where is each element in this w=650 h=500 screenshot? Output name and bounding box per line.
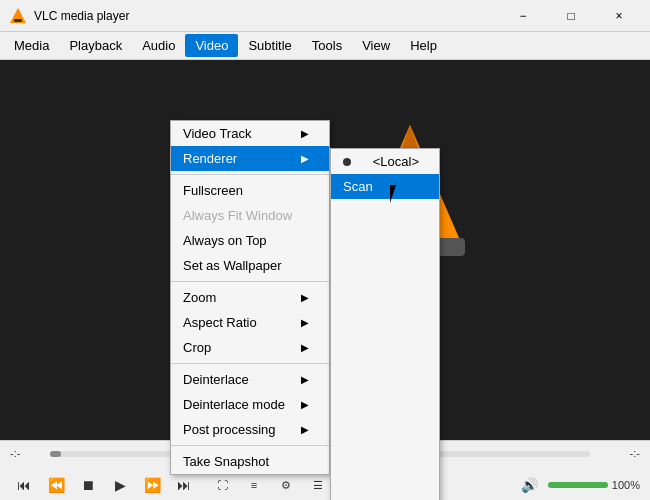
video-menu: Video Track ▶ Renderer ▶ Fullscreen Alwa… (170, 120, 330, 475)
video-dropdown: Video Track ▶ Renderer ▶ Fullscreen Alwa… (170, 120, 440, 475)
maximize-button[interactable]: □ (548, 0, 594, 32)
time-elapsed: -:- (10, 447, 20, 459)
menu-zoom[interactable]: Zoom ▶ (171, 285, 329, 310)
vlc-icon (8, 6, 28, 26)
menu-help[interactable]: Help (400, 34, 447, 57)
menu-subtitle[interactable]: Subtitle (238, 34, 301, 57)
menu-audio[interactable]: Audio (132, 34, 185, 57)
volume-label: 100% (612, 479, 640, 491)
titlebar: VLC media player − □ × (0, 0, 650, 32)
menu-deinterlace[interactable]: Deinterlace ▶ (171, 367, 329, 392)
play-pause-button[interactable]: ▶ (106, 473, 134, 497)
volume-control: 🔊 100% (516, 473, 640, 497)
menu-aspect-ratio[interactable]: Aspect Ratio ▶ (171, 310, 329, 335)
menu-media[interactable]: Media (4, 34, 59, 57)
skip-forward-button[interactable]: ⏭ (170, 473, 198, 497)
volume-fill (548, 482, 608, 488)
effects-button[interactable]: ⚙ (272, 473, 300, 497)
extra-controls: ⛶ ≡ ⚙ ☰ (208, 473, 332, 497)
menu-view[interactable]: View (352, 34, 400, 57)
menu-separator (171, 174, 329, 175)
submenu-arrow-icon: ▶ (301, 424, 309, 435)
window-controls: − □ × (500, 0, 642, 32)
menu-separator (171, 445, 329, 446)
menu-video[interactable]: Video (185, 34, 238, 57)
stop-button[interactable]: ⏹ (74, 473, 102, 497)
bullet-indicator (343, 158, 351, 166)
submenu-arrow-icon: ▶ (301, 317, 309, 328)
window-title: VLC media player (34, 9, 500, 23)
submenu-arrow-icon: ▶ (301, 292, 309, 303)
menu-tools[interactable]: Tools (302, 34, 352, 57)
time-remaining: -:- (630, 447, 640, 459)
main-content: Video Track ▶ Renderer ▶ Fullscreen Alwa… (0, 60, 650, 440)
menu-take-snapshot[interactable]: Take Snapshot (171, 449, 329, 474)
renderer-submenu: <Local> Scan (330, 148, 440, 500)
extended-settings-button[interactable]: ≡ (240, 473, 268, 497)
menu-separator (171, 281, 329, 282)
close-button[interactable]: × (596, 0, 642, 32)
svg-rect-1 (14, 19, 22, 22)
menu-deinterlace-mode[interactable]: Deinterlace mode ▶ (171, 392, 329, 417)
skip-back-button[interactable]: ⏮ (10, 473, 38, 497)
menu-always-fit-window: Always Fit Window (171, 203, 329, 228)
playlist-button[interactable]: ☰ (304, 473, 332, 497)
rewind-button[interactable]: ⏪ (42, 473, 70, 497)
submenu-arrow-icon: ▶ (301, 153, 309, 164)
menu-renderer[interactable]: Renderer ▶ (171, 146, 329, 171)
submenu-arrow-icon: ▶ (301, 342, 309, 353)
mute-button[interactable]: 🔊 (516, 473, 544, 497)
menu-set-as-wallpaper[interactable]: Set as Wallpaper (171, 253, 329, 278)
menu-playback[interactable]: Playback (59, 34, 132, 57)
fullscreen-toggle-button[interactable]: ⛶ (208, 473, 236, 497)
menu-separator (171, 363, 329, 364)
menu-crop[interactable]: Crop ▶ (171, 335, 329, 360)
menu-video-track[interactable]: Video Track ▶ (171, 121, 329, 146)
submenu-arrow-icon: ▶ (301, 374, 309, 385)
menu-bar: Media Playback Audio Video Subtitle Tool… (0, 32, 650, 60)
playback-controls: ⏮ ⏪ ⏹ ▶ ⏩ ⏭ ⛶ ≡ ⚙ ☰ 🔊 100% (0, 471, 650, 499)
menu-renderer-local[interactable]: <Local> (331, 149, 439, 174)
menu-renderer-scan[interactable]: Scan (331, 174, 439, 199)
menu-always-on-top[interactable]: Always on Top (171, 228, 329, 253)
minimize-button[interactable]: − (500, 0, 546, 32)
submenu-arrow-icon: ▶ (301, 399, 309, 410)
fast-forward-button[interactable]: ⏩ (138, 473, 166, 497)
submenu-arrow-icon: ▶ (301, 128, 309, 139)
menu-fullscreen[interactable]: Fullscreen (171, 178, 329, 203)
menu-post-processing[interactable]: Post processing ▶ (171, 417, 329, 442)
seek-progress (50, 451, 61, 457)
volume-slider[interactable] (548, 482, 608, 488)
